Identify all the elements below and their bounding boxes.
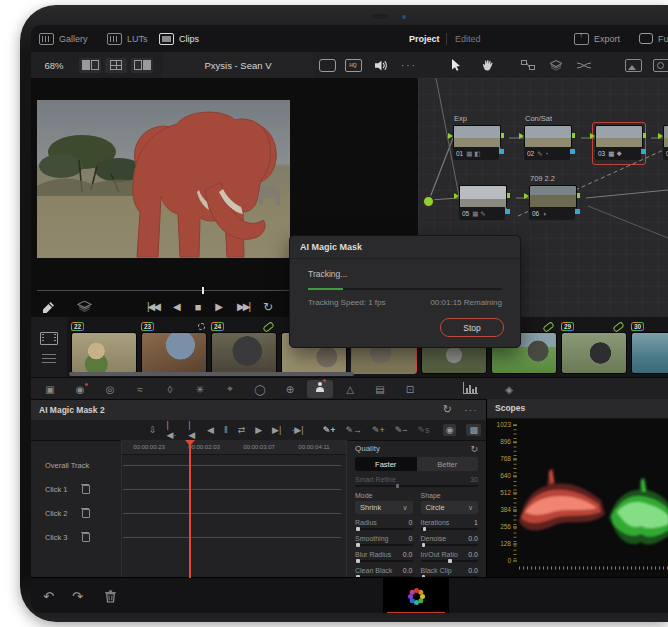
audio-mute-button[interactable] [371, 52, 391, 78]
smoothing-slider[interactable]: Smoothing0 [355, 535, 413, 546]
video-frame[interactable] [37, 100, 290, 258]
view-single-button[interactable] [79, 52, 105, 78]
better-button[interactable]: Better [417, 457, 479, 471]
delete-track-icon[interactable] [82, 509, 90, 518]
jump-last-button[interactable]: ·▶| [291, 425, 303, 435]
clips-button[interactable]: Clips [159, 25, 199, 52]
clip-title-dropdown[interactable]: Pxysis - Sean V [163, 52, 313, 78]
clips-view-icon[interactable] [40, 332, 58, 345]
hand-tool-button[interactable] [478, 52, 498, 78]
denoise-slider[interactable]: Denoise0.0 [421, 535, 479, 546]
key-tool[interactable]: ▤ [365, 384, 395, 395]
redo-button[interactable]: ↷ [72, 589, 83, 604]
panel-options-menu[interactable]: ··· [465, 405, 479, 415]
lightbox-button[interactable] [651, 52, 668, 78]
node-key-port[interactable] [575, 209, 580, 214]
mask-timeline-ruler[interactable]: 00:00:00:23 00:00:02:03 00:00:03:07 00:0… [121, 440, 346, 455]
eyedropper-button[interactable] [43, 301, 55, 313]
view-grid-button[interactable] [105, 52, 131, 78]
add-stroke-tool-active[interactable]: ✎+ [323, 425, 336, 435]
pause-button[interactable]: ‖ [224, 425, 228, 435]
full-screen-button[interactable]: Full Screen [639, 25, 668, 52]
node-05[interactable]: 05▦ ✎ [454, 185, 510, 221]
tab-project[interactable]: Project [409, 25, 440, 52]
track-backward-button[interactable]: ◀ [207, 425, 214, 435]
luts-button[interactable]: LUTs [107, 25, 148, 52]
magic-mask-tool-active[interactable] [307, 380, 333, 398]
sizing-tool[interactable]: ⊡ [395, 384, 425, 395]
stop-tracking-button[interactable]: Stop [440, 318, 504, 337]
spline-tool[interactable] [574, 52, 594, 78]
clip-22[interactable]: 22 [71, 321, 137, 375]
color-wheels-tool[interactable]: ◉ [65, 384, 95, 395]
pointer-tool-button[interactable] [446, 52, 466, 78]
delete-track-icon[interactable] [82, 485, 90, 494]
node-key-port[interactable] [641, 149, 646, 154]
play-button[interactable]: ▶ [215, 301, 223, 312]
faster-button[interactable]: Faster [355, 457, 417, 471]
undo-button[interactable]: ↶ [43, 589, 54, 604]
node-06[interactable]: 709 2.2 06◑ [524, 185, 580, 221]
mode-dropdown[interactable]: Shrink∨ [355, 501, 413, 514]
export-button[interactable]: ↑ Export [574, 25, 620, 52]
iterations-slider[interactable]: Iterations1 [421, 519, 479, 530]
node-key-port[interactable] [499, 149, 504, 154]
curves-tool[interactable]: ≈ [125, 384, 155, 395]
strip-scrollbar[interactable] [69, 372, 354, 376]
scopes-histogram-button[interactable] [463, 382, 478, 396]
stills-button[interactable] [623, 52, 643, 78]
view-split-button[interactable] [131, 52, 157, 78]
layers-tool[interactable] [546, 52, 566, 78]
hdr-wheels-tool[interactable]: ◎ [95, 384, 125, 395]
track-overall[interactable]: Overall Track [31, 456, 121, 475]
clip-29[interactable]: 29 [561, 321, 627, 375]
track-click-3[interactable]: Click 3 [31, 528, 121, 547]
remove-detail-tool[interactable]: ✎− [395, 425, 408, 435]
clip-24[interactable]: 24 [211, 321, 277, 375]
node-02[interactable]: Con/Sat 02✎ ◔ [519, 125, 575, 161]
timeline-playhead[interactable] [189, 440, 191, 578]
proxy-hq-button[interactable]: HQ [343, 52, 363, 78]
reset-icon[interactable]: ↻ [443, 403, 452, 416]
prev-frame-button[interactable]: |◀ [188, 420, 197, 440]
clip-30[interactable]: 30 [631, 321, 668, 375]
viewer-options-menu[interactable]: ··· [399, 52, 419, 78]
camera-raw-tool[interactable]: ▣ [35, 384, 65, 395]
track-bidirectional-button[interactable]: ⇄ [238, 425, 246, 435]
wipe-modes-button[interactable] [77, 301, 92, 312]
blur-radius-slider[interactable]: Blur Radius0.0 [355, 551, 413, 562]
smart-stroke-tool[interactable]: ✎s [418, 425, 430, 435]
matte-toggle[interactable]: ▩ [466, 424, 481, 436]
node-03-selected[interactable]: 03▦ ❖ [590, 125, 646, 161]
delete-button[interactable] [105, 590, 116, 603]
radius-slider[interactable]: Radius0 [355, 519, 413, 530]
move-stroke-tool[interactable]: ✎→ [345, 425, 362, 435]
stop-button[interactable]: ■ [195, 301, 202, 313]
in-out-ratio-slider[interactable]: In/Out Ratio0.0 [421, 551, 479, 562]
skip-start-button[interactable]: |◀◀ [147, 301, 159, 312]
loop-button[interactable]: ↻ [263, 300, 273, 314]
mark-in-button[interactable]: ⇩ [149, 425, 157, 435]
zoom-level-dropdown[interactable]: 68% [37, 52, 71, 78]
smart-refine-row[interactable]: Smart Refine30 [355, 476, 478, 487]
node-key-port[interactable] [570, 149, 575, 154]
track-click-1[interactable]: Click 1 [31, 480, 121, 499]
skip-end-button[interactable]: ▶▶| [237, 301, 249, 312]
clip-23[interactable]: 23 [141, 321, 207, 375]
delete-track-icon[interactable] [82, 533, 90, 542]
node-01[interactable]: Exp 01▦ ◧ [448, 125, 504, 161]
track-forward-button[interactable]: ▶ [255, 425, 262, 435]
gallery-button[interactable]: Gallery [39, 25, 88, 52]
bypass-grades-button[interactable] [317, 52, 337, 78]
step-back-button[interactable]: ◀ [173, 301, 181, 312]
strip-filter-icon[interactable] [42, 354, 56, 363]
compare-button[interactable]: ◈ [494, 384, 524, 395]
picker-tool[interactable]: ⌖ [215, 383, 245, 395]
node-04[interactable]: 04▦ ◯ [658, 125, 668, 161]
power-window-tool[interactable]: ◯ [245, 384, 275, 395]
source-node-port[interactable] [422, 195, 435, 208]
jump-first-button[interactable]: |◀· [167, 420, 179, 440]
color-page-tab-active[interactable] [383, 578, 449, 613]
overlay-toggle[interactable]: ◉ [443, 424, 457, 436]
tab-edited[interactable]: Edited [455, 25, 481, 52]
